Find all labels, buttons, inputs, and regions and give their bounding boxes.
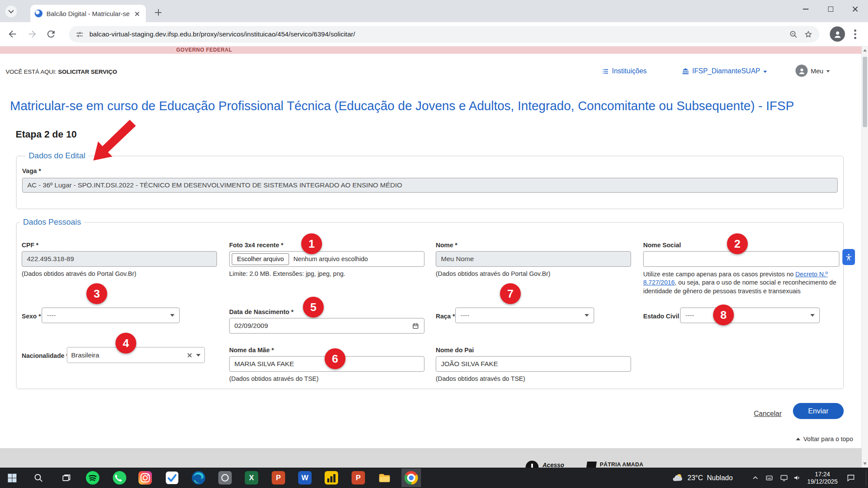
windows-logo-icon (7, 472, 17, 483)
submit-button[interactable]: Enviar (793, 403, 844, 419)
marker-number: 5 (310, 301, 316, 314)
chevron-down-icon (8, 8, 14, 13)
nome-social-help-text: Utilize este campo apenas para os casos … (643, 271, 796, 278)
forward-icon[interactable] (27, 29, 38, 39)
nav-institutions-link[interactable]: Instituições (602, 67, 647, 75)
nome-pai-input[interactable] (436, 356, 631, 372)
window-minimize-button[interactable] (793, 1, 818, 17)
whatsapp-button[interactable] (113, 471, 126, 485)
chevron-down-icon (196, 354, 201, 357)
orange-app-button[interactable] (352, 471, 365, 485)
cpf-input[interactable] (22, 251, 217, 267)
scroll-up-arrow[interactable] (863, 49, 867, 52)
estado-civil-select-value: ---- (685, 311, 694, 319)
show-desktop-button[interactable] (866, 470, 868, 485)
tray-expand-icon[interactable] (751, 474, 760, 482)
foto-label: Foto 3x4 recente * (229, 242, 424, 249)
site-settings-icon[interactable] (76, 30, 84, 39)
foto-file-input[interactable]: Escolher arquivo Nenhum arquivo escolhid… (229, 251, 424, 267)
gray-app-button[interactable] (218, 471, 232, 485)
taskbar-search-button[interactable] (32, 471, 45, 485)
chrome-button[interactable] (404, 471, 418, 485)
touch-keyboard-icon[interactable] (765, 474, 773, 482)
calendar-icon[interactable] (412, 322, 419, 330)
edge-button[interactable] (192, 471, 205, 485)
url-bar[interactable]: balcao-virtual-staging.dev.ifsp.edu.br/p… (69, 26, 819, 43)
file-status-text: Nenhum arquivo escolhido (293, 255, 368, 262)
reload-icon[interactable] (46, 29, 56, 39)
vaga-input[interactable] (22, 178, 838, 193)
page-scrollbar[interactable] (861, 46, 868, 468)
choose-file-button[interactable]: Escolher arquivo (232, 253, 289, 265)
dados-pessoais-legend: Dados Pessoais (20, 217, 84, 227)
scroll-down-arrow[interactable] (863, 462, 867, 465)
browser-tab[interactable]: Balcão Digital - Matricular-se e (30, 5, 146, 22)
check-icon (166, 472, 178, 484)
instagram-button[interactable] (138, 471, 152, 485)
task-view-button[interactable] (59, 471, 73, 485)
back-to-top-link[interactable]: Voltar para o topo (796, 436, 853, 442)
taskbar-clock[interactable]: 17:24 19/12/2025 (804, 471, 841, 485)
nome-social-input[interactable] (643, 251, 839, 267)
nome-input[interactable] (436, 251, 631, 267)
nome-pai-field: Nome do Pai (Dados obtidos através do TS… (436, 347, 631, 382)
sexo-select-value: ---- (47, 311, 56, 319)
scrollbar-thumb[interactable] (863, 57, 867, 127)
tab-close-icon[interactable] (133, 10, 141, 18)
annotation-marker-6: 6 (325, 348, 345, 369)
back-icon[interactable] (7, 29, 18, 39)
sexo-select[interactable]: ---- (42, 308, 180, 323)
browser-profile-avatar[interactable] (830, 26, 845, 42)
data-nascimento-input[interactable]: 02/09/2009 (229, 318, 424, 334)
foto-help: Limite: 2.0 MB. Extensões: jpg, jpeg, pn… (229, 270, 424, 277)
chevron-down-icon (763, 71, 767, 73)
bank-icon (682, 68, 689, 75)
windows-taskbar: 23°C Nublado 17:24 19/12/2025 (0, 468, 868, 488)
weather-temp: 23°C (687, 474, 703, 482)
acesso-informacao-logo (526, 461, 539, 468)
powerpoint-button[interactable] (272, 471, 285, 485)
network-icon[interactable] (780, 474, 788, 482)
annotation-marker-3: 3 (86, 283, 107, 304)
data-nascimento-value: 02/09/2009 (234, 322, 268, 330)
file-explorer-button[interactable] (378, 471, 391, 485)
action-center-icon[interactable] (846, 473, 855, 482)
nome-social-help: Utilize este campo apenas para os casos … (643, 270, 839, 295)
start-button[interactable] (5, 471, 19, 485)
window-close-button[interactable] (842, 1, 868, 17)
person-icon (798, 67, 806, 75)
breadcrumb-prefix: VOCÊ ESTÁ AQUI: (6, 69, 56, 75)
word-button[interactable] (298, 471, 312, 485)
yellow-app-button[interactable] (325, 471, 338, 485)
chrome-icon (404, 471, 418, 485)
estado-civil-select[interactable]: ---- (680, 308, 820, 323)
zoom-icon[interactable] (789, 30, 798, 39)
spotify-button[interactable] (86, 471, 99, 485)
brazil-flag-logo (586, 462, 597, 468)
data-nascimento-field: Data de Nascimento * 02/09/2009 (229, 308, 424, 334)
page-title: Matricular-se em curso de Educação Profi… (10, 99, 858, 113)
nav-account-dropdown[interactable]: IFSP_DiamanteSUAP (682, 67, 767, 75)
sexo-label: Sexo * (22, 313, 41, 320)
bookmark-star-icon[interactable] (804, 30, 813, 39)
new-tab-button[interactable] (153, 7, 164, 18)
annotation-marker-2: 2 (727, 233, 748, 254)
site-favicon-icon (35, 10, 43, 17)
cancel-link[interactable]: Cancelar (754, 410, 782, 418)
annotation-arrow (85, 116, 141, 166)
browser-menu-icon[interactable] (854, 29, 856, 39)
volume-icon[interactable] (793, 474, 801, 482)
window-maximize-button[interactable] (818, 1, 843, 17)
check-app-button[interactable] (165, 471, 179, 485)
chevron-down-icon (826, 70, 830, 72)
raca-select-value: ---- (460, 311, 470, 319)
nav-user-dropdown[interactable]: Meu (796, 65, 830, 77)
annotation-marker-8: 8 (713, 305, 734, 325)
clear-icon[interactable] (187, 353, 192, 358)
accessibility-widget-button[interactable] (842, 249, 855, 265)
nacionalidade-select[interactable]: Brasileira (67, 347, 205, 363)
tab-search-button[interactable] (5, 6, 17, 17)
excel-button[interactable] (245, 471, 258, 485)
raca-select[interactable]: ---- (455, 308, 594, 323)
taskbar-weather-widget[interactable]: 23°C Nublado (672, 468, 733, 488)
